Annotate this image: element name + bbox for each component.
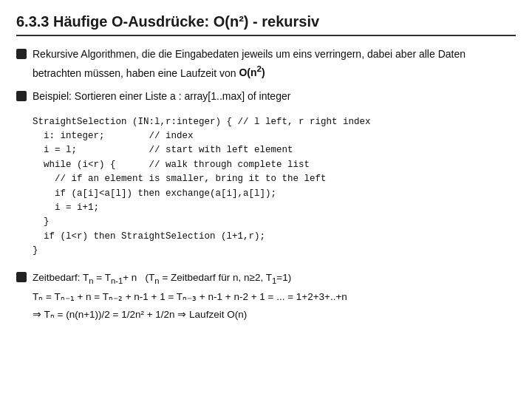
page: 6.3.3 Häufige O-Ausdrücke: O(n²) - rekur…: [0, 0, 532, 399]
sub-n-1: n-1: [111, 276, 123, 285]
sup-2: 2: [257, 64, 262, 74]
math-line-1: Zeitbedarf: Tn = Tn-1+ n (Tn = Zeitbedar…: [33, 270, 347, 287]
bullet-icon-2: [16, 91, 27, 101]
math-block: Zeitbedarf: Tn = Tn-1+ n (Tn = Zeitbedar…: [33, 270, 347, 322]
page-title: 6.3.3 Häufige O-Ausdrücke: O(n²) - rekur…: [16, 13, 516, 36]
bullet-icon-1: [16, 49, 27, 59]
bullet-icon-3: [16, 272, 27, 282]
math-line-2: Tₙ = Tₙ₋₁ + n = Tₙ₋₂ + n-1 + 1 = Tₙ₋₃ + …: [33, 289, 347, 305]
bullet1-bold: O(n2): [239, 66, 265, 78]
geq-sign: ≥: [250, 272, 255, 283]
bullet-item-3: Zeitbedarf: Tn = Tn-1+ n (Tn = Zeitbedar…: [16, 270, 516, 322]
bullet-text-2: Beispiel: Sortieren einer Liste a : arra…: [33, 89, 290, 105]
bullet-text-1: Rekursive Algorithmen, die die Eingabeda…: [33, 47, 516, 81]
code-block: StraightSelection (IN:l,r:integer) { // …: [33, 115, 516, 259]
sub-1: 1: [272, 276, 276, 285]
sub-n2: n: [154, 276, 159, 285]
content-area: Rekursive Algorithmen, die die Eingabeda…: [16, 47, 516, 386]
math-line-3: ⇒ Tₙ = (n(n+1))/2 = 1/2n² + 1/2n ⇒ Laufz…: [33, 307, 347, 323]
bullet-item-2: Beispiel: Sortieren einer Liste a : arra…: [16, 89, 516, 105]
bullet-item-1: Rekursive Algorithmen, die die Eingabeda…: [16, 47, 516, 81]
sub-n1: n: [89, 276, 93, 285]
